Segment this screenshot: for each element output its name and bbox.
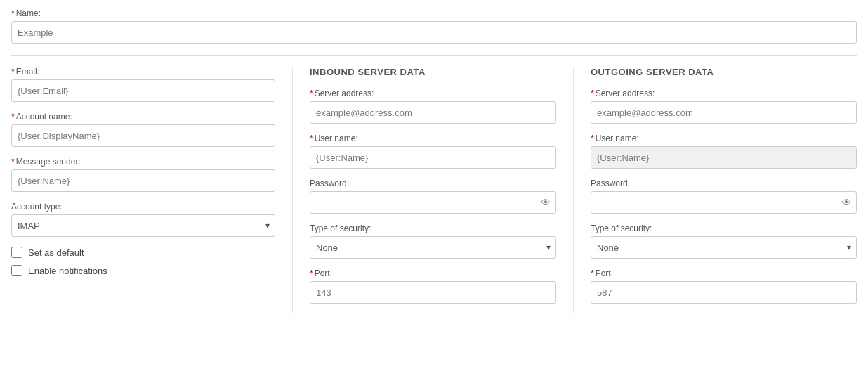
inbound-username-input[interactable] (310, 146, 556, 169)
page-wrapper: * Name: * Email: * Account name: (0, 0, 868, 376)
account-name-label: Account name: (16, 112, 72, 122)
account-type-label: Account type: (11, 202, 63, 212)
inbound-username-group: * User name: (310, 134, 556, 169)
inbound-server-address-label: Server address: (315, 89, 374, 98)
enable-notifications-label[interactable]: Enable notifications (28, 266, 107, 276)
name-label: Name: (16, 8, 41, 18)
message-sender-label-row: * Message sender: (11, 157, 275, 167)
outgoing-password-label: Password: (591, 179, 630, 188)
inbound-port-group: * Port: (310, 268, 556, 304)
outgoing-port-label-row: * Port: (591, 268, 857, 278)
inbound-username-label-row: * User name: (310, 134, 556, 143)
account-name-input[interactable] (11, 124, 275, 147)
enable-notifications-checkbox[interactable] (11, 265, 22, 276)
inbound-server-address-input[interactable] (310, 101, 556, 124)
name-required-star: * (11, 8, 15, 18)
outgoing-security-label: Type of security: (591, 223, 652, 233)
account-name-field-group: * Account name: (11, 112, 275, 147)
inbound-eye-icon[interactable]: 👁 (541, 197, 551, 208)
name-label-row: * Name: (11, 8, 857, 18)
account-type-label-row: Account type: (11, 202, 275, 212)
email-input[interactable] (11, 79, 275, 102)
outgoing-eye-icon[interactable]: 👁 (841, 197, 851, 208)
inbound-password-group: Password: 👁 (310, 179, 556, 214)
outgoing-server-address-input[interactable] (591, 101, 857, 124)
inbound-port-input[interactable] (310, 281, 556, 304)
email-label: Email: (16, 67, 39, 77)
name-input[interactable] (11, 21, 857, 44)
account-type-field-group: Account type: IMAP POP3 Exchange ▾ (11, 202, 275, 237)
inbound-security-select[interactable]: None SSL/TLS STARTTLS (310, 236, 556, 259)
inbound-security-select-wrapper: None SSL/TLS STARTTLS ▾ (310, 236, 556, 259)
set-as-default-label[interactable]: Set as default (28, 247, 84, 258)
outgoing-password-label-row: Password: (591, 179, 857, 188)
outgoing-title: OUTGOING SERVER DATA (591, 67, 857, 77)
outgoing-username-label-row: * User name: (591, 134, 857, 143)
inbound-port-label-row: * Port: (310, 268, 556, 278)
outgoing-server-address-label-row: * Server address: (591, 89, 857, 98)
outgoing-username-label: User name: (596, 134, 639, 143)
outgoing-security-select[interactable]: None SSL/TLS STARTTLS (591, 236, 857, 259)
inbound-port-label: Port: (315, 268, 332, 278)
email-required-star: * (11, 67, 15, 77)
outgoing-security-select-wrapper: None SSL/TLS STARTTLS ▾ (591, 236, 857, 259)
outgoing-password-input[interactable] (591, 191, 857, 214)
email-label-row: * Email: (11, 67, 275, 77)
inbound-server-address-group: * Server address: (310, 89, 556, 124)
outgoing-security-label-row: Type of security: (591, 223, 857, 233)
inbound-server-address-required-star: * (310, 89, 313, 98)
inbound-column: INBOUND SERVER DATA * Server address: * … (292, 67, 573, 313)
outgoing-password-wrapper: 👁 (591, 191, 857, 214)
outgoing-security-group: Type of security: None SSL/TLS STARTTLS … (591, 223, 857, 259)
outgoing-username-required-star: * (591, 134, 594, 143)
inbound-password-wrapper: 👁 (310, 191, 556, 214)
account-type-select[interactable]: IMAP POP3 Exchange (11, 214, 275, 237)
outgoing-username-input[interactable] (591, 146, 857, 169)
inbound-server-address-label-row: * Server address: (310, 89, 556, 98)
message-sender-label: Message sender: (16, 157, 81, 167)
account-name-required-star: * (11, 112, 15, 122)
enable-notifications-row: Enable notifications (11, 265, 275, 276)
inbound-password-label: Password: (310, 179, 349, 188)
set-as-default-row: Set as default (11, 247, 275, 258)
outgoing-port-label: Port: (596, 268, 613, 278)
outgoing-password-group: Password: 👁 (591, 179, 857, 214)
outgoing-username-group: * User name: (591, 134, 857, 169)
inbound-password-label-row: Password: (310, 179, 556, 188)
message-sender-required-star: * (11, 157, 15, 167)
inbound-port-required-star: * (310, 268, 313, 278)
outgoing-port-input[interactable] (591, 281, 857, 304)
outgoing-port-required-star: * (591, 268, 594, 278)
message-sender-field-group: * Message sender: (11, 157, 275, 192)
account-name-label-row: * Account name: (11, 112, 275, 122)
outgoing-server-address-label: Server address: (596, 89, 655, 98)
inbound-security-label-row: Type of security: (310, 223, 556, 233)
outgoing-column: OUTGOING SERVER DATA * Server address: *… (573, 67, 857, 313)
inbound-security-group: Type of security: None SSL/TLS STARTTLS … (310, 223, 556, 259)
outgoing-port-group: * Port: (591, 268, 857, 304)
outgoing-server-address-group: * Server address: (591, 89, 857, 124)
inbound-title: INBOUND SERVER DATA (310, 67, 556, 77)
columns-wrapper: * Email: * Account name: * Message sende… (11, 67, 857, 313)
inbound-security-label: Type of security: (310, 223, 371, 233)
account-type-select-wrapper: IMAP POP3 Exchange ▾ (11, 214, 275, 237)
left-column: * Email: * Account name: * Message sende… (11, 67, 292, 313)
inbound-username-required-star: * (310, 134, 313, 143)
outgoing-server-address-required-star: * (591, 89, 594, 98)
inbound-password-input[interactable] (310, 191, 556, 214)
name-section: * Name: (11, 8, 857, 56)
inbound-username-label: User name: (315, 134, 358, 143)
set-as-default-checkbox[interactable] (11, 247, 22, 258)
email-field-group: * Email: (11, 67, 275, 102)
message-sender-input[interactable] (11, 169, 275, 192)
